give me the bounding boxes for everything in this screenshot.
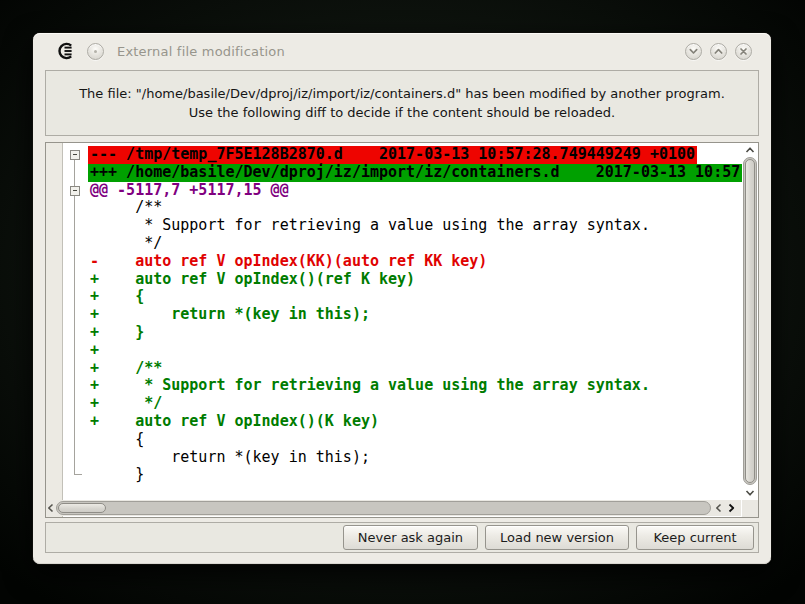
keep-current-button[interactable]: Keep current (636, 525, 754, 550)
external-file-modification-dialog: External file modification The file: "/h… (33, 33, 771, 564)
close-icon (738, 46, 749, 57)
diff-line: + auto ref V opIndex()(ref K key) (88, 271, 742, 289)
vertical-scrollbar-thumb[interactable] (745, 159, 755, 483)
scroll-down-icon[interactable] (744, 487, 756, 498)
diff-line-text: - auto ref V opIndex(KK)(auto ref KK key… (88, 253, 489, 271)
scroll-right-icon[interactable] (725, 502, 737, 514)
diff-line-text: + { (88, 288, 146, 306)
diff-line: return *(key in this); (88, 449, 742, 467)
diff-line: --- /tmp/temp_7F5E128B2870.d 2017-03-13 … (88, 146, 742, 164)
vertical-scrollbar[interactable] (743, 145, 757, 498)
fold-margin (64, 143, 89, 500)
diff-line-text: + */ (88, 395, 164, 413)
diff-line-text: --- /tmp/temp_7F5E128B2870.d 2017-03-13 … (88, 146, 697, 164)
diff-line-text: + auto ref V opIndex()(ref K key) (88, 271, 417, 289)
diff-line: + /** (88, 360, 742, 378)
scrollbar-corner (742, 500, 758, 517)
diff-line-text: { (88, 431, 146, 449)
diff-line-text: + return *(key in this); (88, 306, 372, 324)
diff-line: + { (88, 288, 742, 306)
diff-line-text: */ (88, 235, 164, 253)
diff-line-text: + } (88, 324, 146, 342)
diff-line-text: * Support for retrieving a value using t… (88, 217, 652, 235)
diff-line: + (88, 342, 742, 360)
diff-line-text: return *(key in this); (88, 449, 372, 467)
load-new-version-button[interactable]: Load new version (485, 525, 629, 550)
message-panel: The file: "/home/basile/Dev/dproj/iz/imp… (45, 70, 759, 136)
fold-structure-line (74, 160, 75, 475)
diff-line-text: + /** (88, 360, 164, 378)
diff-line: + auto ref V opIndex()(K key) (88, 413, 742, 431)
fold-collapse-icon[interactable] (70, 150, 80, 160)
close-button[interactable] (735, 43, 752, 60)
diff-line: @@ -5117,7 +5117,15 @@ (88, 182, 742, 200)
coedit-logo-icon (57, 42, 75, 60)
horizontal-scrollbar[interactable] (47, 500, 741, 516)
window-controls (685, 43, 752, 60)
scroll-up-icon[interactable] (744, 145, 756, 156)
scroll-left-icon[interactable] (713, 502, 725, 514)
diff-line: { (88, 431, 742, 449)
diff-line: /** (88, 199, 742, 217)
fold-end-tick (74, 474, 82, 475)
window-menu-button[interactable] (87, 43, 104, 60)
line-number-gutter (46, 143, 63, 517)
diff-line: * Support for retrieving a value using t… (88, 217, 742, 235)
vertical-scrollbar-track[interactable] (743, 157, 757, 485)
message-line-2: Use the following diff to decide if the … (189, 103, 616, 122)
diff-line-text: + * Support for retrieving a value using… (88, 377, 652, 395)
diff-line: + * Support for retrieving a value using… (88, 377, 742, 395)
horizontal-scrollbar-track[interactable] (56, 501, 711, 515)
chevron-up-icon (713, 46, 724, 57)
diff-line-text: + auto ref V opIndex()(K key) (88, 413, 381, 431)
diff-line-text: /** (88, 199, 164, 217)
diff-line-text: +++ /home/basile/Dev/dproj/iz/import/iz/… (88, 164, 742, 182)
chevron-down-icon (688, 46, 699, 57)
diff-line-text: @@ -5117,7 +5117,15 @@ (88, 182, 291, 200)
diff-line: */ (88, 235, 742, 253)
message-line-1: The file: "/home/basile/Dev/dproj/iz/imp… (79, 84, 725, 103)
fold-collapse-icon[interactable] (70, 186, 80, 196)
diff-line: + return *(key in this); (88, 306, 742, 324)
minimize-button[interactable] (685, 43, 702, 60)
maximize-button[interactable] (710, 43, 727, 60)
diff-line: } (88, 466, 742, 484)
diff-line-text: } (88, 466, 146, 484)
never-ask-again-button[interactable]: Never ask again (343, 525, 478, 550)
diff-line-text: + (88, 342, 101, 360)
diff-line: +++ /home/basile/Dev/dproj/iz/import/iz/… (88, 164, 742, 182)
diff-view[interactable]: --- /tmp/temp_7F5E128B2870.d 2017-03-13 … (45, 142, 759, 518)
footer-button-bar: Never ask againLoad new versionKeep curr… (45, 522, 759, 553)
diff-line: + } (88, 324, 742, 342)
diff-text-layer: --- /tmp/temp_7F5E128B2870.d 2017-03-13 … (88, 146, 742, 500)
diff-line: - auto ref V opIndex(KK)(auto ref KK key… (88, 253, 742, 271)
diff-line: + */ (88, 395, 742, 413)
window-title: External file modification (117, 44, 285, 59)
titlebar[interactable]: External file modification (33, 33, 771, 69)
dot-icon (94, 50, 97, 53)
horizontal-scrollbar-thumb[interactable] (58, 503, 106, 513)
